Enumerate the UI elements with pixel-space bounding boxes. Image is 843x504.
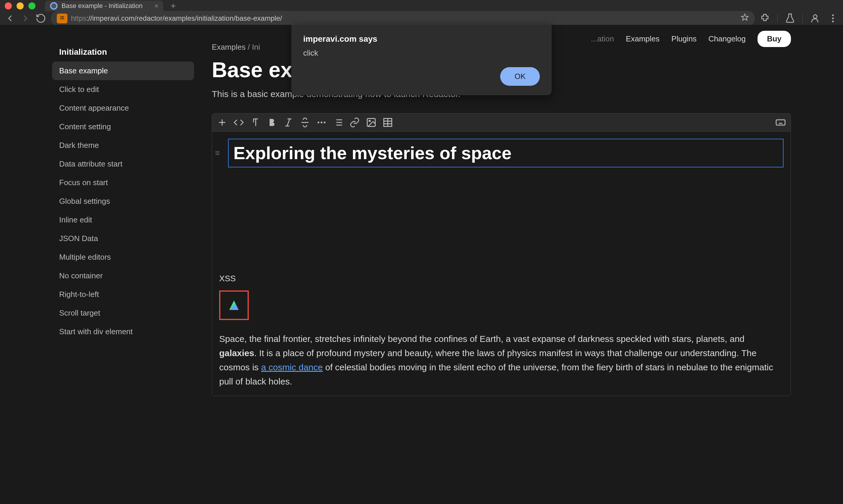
svg-point-5 [318, 122, 320, 123]
sidebar: Initialization Base example Click to edi… [52, 42, 194, 396]
tab-favicon [50, 2, 58, 10]
back-button[interactable] [5, 13, 15, 24]
minimize-window-button[interactable] [17, 2, 24, 10]
nav-item[interactable]: Changelog [709, 34, 746, 43]
editor-content[interactable]: ≡ Exploring the mysteries of space XSS S… [212, 132, 791, 396]
drag-handle-icon[interactable]: ≡ [215, 148, 220, 158]
dialog-message: click [303, 49, 540, 58]
sidebar-heading: Initialization [52, 42, 194, 61]
add-block-button[interactable] [217, 117, 228, 128]
svg-point-1 [813, 15, 817, 18]
broken-image-icon [229, 301, 239, 310]
sidebar-item-global-settings[interactable]: Global settings [52, 192, 194, 211]
breadcrumb-current: Ini [252, 42, 260, 52]
dialog-ok-button[interactable]: OK [500, 67, 540, 86]
dialog-title: imperavi.com says [303, 34, 540, 44]
site-nav: ...ation Examples Plugins Changelog Buy [591, 25, 791, 53]
page: ...ation Examples Plugins Changelog Buy … [0, 25, 843, 504]
nav-item[interactable]: ...ation [591, 34, 614, 43]
editor-toolbar [212, 113, 791, 132]
svg-point-6 [321, 122, 322, 123]
html-button[interactable] [233, 117, 244, 128]
tab-bar: Base example - Initialization × + [0, 0, 843, 12]
sidebar-item-data-attribute-start[interactable]: Data attribute start [52, 155, 194, 173]
sidebar-item-multiple-editors[interactable]: Multiple editors [52, 248, 194, 267]
sidebar-item-focus-on-start[interactable]: Focus on start [52, 173, 194, 192]
close-window-button[interactable] [5, 2, 12, 10]
editor: ≡ Exploring the mysteries of space XSS S… [212, 113, 791, 396]
svg-point-7 [324, 122, 326, 123]
xss-text: XSS [219, 274, 784, 283]
extensions-icon[interactable] [759, 13, 770, 24]
reload-button[interactable] [36, 13, 46, 24]
labs-icon[interactable] [785, 13, 795, 24]
sidebar-item-inline-edit[interactable]: Inline edit [52, 211, 194, 229]
svg-point-2 [832, 15, 834, 16]
menu-icon[interactable] [828, 13, 838, 24]
format-button[interactable] [250, 117, 261, 128]
forward-button[interactable] [20, 13, 31, 24]
sidebar-item-scroll-target[interactable]: Scroll target [52, 304, 194, 322]
tab-title: Base example - Initialization [61, 2, 143, 10]
browser-actions [759, 13, 838, 24]
broken-image[interactable] [219, 290, 249, 320]
bookmark-icon[interactable] [741, 13, 749, 23]
svg-point-4 [832, 21, 834, 22]
url-text: https://imperavi.com/redactor/examples/i… [71, 14, 282, 22]
editor-paragraph[interactable]: Space, the final frontier, stretches inf… [219, 332, 784, 389]
nav-item[interactable]: Plugins [671, 34, 697, 43]
svg-point-0 [51, 3, 57, 9]
sidebar-item-json-data[interactable]: JSON Data [52, 229, 194, 248]
list-button[interactable] [333, 117, 343, 128]
close-tab-button[interactable]: × [155, 2, 159, 10]
keyboard-icon[interactable] [775, 117, 786, 128]
profile-icon[interactable] [810, 13, 821, 24]
browser-chrome: Base example - Initialization × + https:… [0, 0, 843, 25]
sidebar-item-base-example[interactable]: Base example [52, 61, 194, 80]
sidebar-item-dark-theme[interactable]: Dark theme [52, 136, 194, 155]
sidebar-item-click-to-edit[interactable]: Click to edit [52, 80, 194, 99]
svg-point-9 [369, 120, 371, 122]
sidebar-item-no-container[interactable]: No container [52, 267, 194, 285]
italic-button[interactable] [283, 117, 294, 128]
maximize-window-button[interactable] [29, 2, 36, 10]
buy-button[interactable]: Buy [757, 31, 791, 47]
strike-button[interactable] [300, 117, 310, 128]
nav-item[interactable]: Examples [626, 34, 660, 43]
window-controls [5, 2, 36, 10]
table-button[interactable] [382, 117, 393, 128]
image-button[interactable] [366, 117, 377, 128]
new-tab-button[interactable]: + [171, 1, 176, 12]
bold-button[interactable] [267, 117, 277, 128]
svg-rect-11 [776, 120, 785, 125]
site-security-icon[interactable] [57, 14, 68, 23]
javascript-alert-dialog: imperavi.com says click OK [291, 25, 552, 95]
sidebar-item-content-setting[interactable]: Content setting [52, 118, 194, 136]
link-button[interactable] [349, 117, 360, 128]
browser-tab[interactable]: Base example - Initialization × [45, 1, 163, 11]
nav-bar: https://imperavi.com/redactor/examples/i… [0, 12, 843, 25]
cosmic-dance-link[interactable]: a cosmic dance [261, 362, 323, 372]
more-button[interactable] [316, 117, 327, 128]
breadcrumb-examples[interactable]: Examples [212, 42, 246, 52]
svg-point-3 [832, 17, 834, 19]
sidebar-item-div-element[interactable]: Start with div element [52, 322, 194, 341]
editor-heading[interactable]: Exploring the mysteries of space [228, 139, 784, 167]
url-bar[interactable]: https://imperavi.com/redactor/examples/i… [51, 11, 755, 26]
sidebar-item-rtl[interactable]: Right-to-left [52, 285, 194, 304]
sidebar-item-content-appearance[interactable]: Content appearance [52, 99, 194, 118]
main-content: Examples / Ini Base example This is a ba… [212, 42, 791, 396]
